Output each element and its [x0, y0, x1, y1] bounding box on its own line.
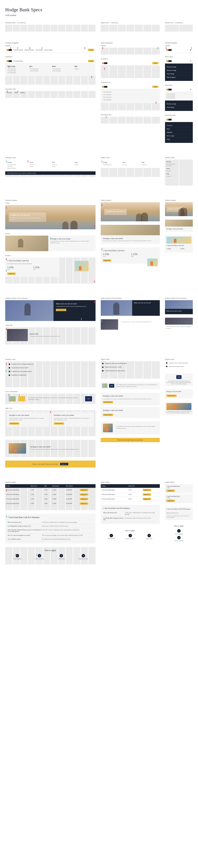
footer-heading: Legal — [75, 162, 93, 163]
mobilemenu-item[interactable]: Business savings — [167, 69, 191, 72]
secnav-item[interactable]: Overview — [167, 124, 191, 127]
login-button[interactable]: Log in — [88, 60, 94, 62]
table-apply-button[interactable]: Apply now — [166, 490, 175, 492]
ctabar-button[interactable]: Apply now — [60, 463, 68, 465]
dropdown-link[interactable]: 1 Year Fixed Rate — [7, 68, 26, 70]
table-header: Min deposit — [52, 484, 65, 488]
timeline-item: Founded in 1965 as Julian Hodge Bank — [105, 363, 127, 364]
close-icon[interactable]: ✕ — [190, 89, 191, 90]
footer-link[interactable]: Privacy — [75, 164, 93, 165]
dropdown-link[interactable]: 1 Year Fixed Rate — [52, 68, 71, 70]
mobilemenu-item[interactable]: About Hodge — [167, 106, 191, 109]
nav-item[interactable]: About Hodge — [36, 49, 43, 51]
mobilemenu-link[interactable]: 1 Year Fixed Rate — [166, 93, 191, 95]
table-apply-button[interactable]: Apply now — [80, 493, 88, 496]
footer-link[interactable]: Fixed Rate Bonds — [103, 164, 119, 165]
table-apply-button[interactable]: Apply now — [80, 489, 88, 491]
rate-value: 1.15% — [166, 248, 178, 250]
step-item: 1Check eligibility — [7, 554, 28, 559]
table-apply-button[interactable]: Apply now — [143, 498, 151, 500]
footer-link[interactable]: Our story — [122, 164, 138, 165]
spec-illustration-desktop: Savings to suit your needs Lorem ipsum d… — [5, 440, 95, 457]
footer-link[interactable]: Our story — [30, 164, 49, 165]
section-label: Desktop Navigation — [5, 42, 95, 44]
card-cta-button[interactable]: Find out more — [103, 401, 113, 403]
page-title: Hodge Bank Specs — [5, 7, 193, 12]
mobilemenu-item[interactable]: Help & Support — [167, 76, 191, 79]
apply-button[interactable]: Apply now — [7, 273, 16, 275]
footer-link[interactable]: Careers — [30, 166, 49, 167]
mobilemenu-item[interactable]: Business savings — [167, 102, 191, 106]
dropdown-link[interactable]: 5 Year Fixed Rate — [52, 70, 71, 71]
nav-item[interactable]: Help & Support — [45, 49, 53, 51]
footer-link[interactable]: Cash ISAs — [166, 165, 191, 166]
footer-link[interactable]: Our story — [166, 170, 191, 172]
card-cta-button[interactable]: Find out more — [54, 422, 64, 425]
nav-item[interactable]: Personal savings — [13, 49, 23, 51]
article-body: Lorem ipsum dolor sit amet, consectetur … — [166, 326, 192, 329]
table-apply-button[interactable]: Apply now — [143, 493, 151, 496]
spec-table-tablet: ProductInterest rate 1 Year Fixed Rate B… — [101, 484, 160, 501]
footer-link[interactable]: Contact us — [166, 176, 191, 177]
login-button[interactable]: Log in — [152, 62, 159, 64]
promo-cta-button[interactable]: Find out more — [56, 309, 66, 311]
secnav-item[interactable]: Eligibility — [167, 131, 191, 134]
step-number-icon: 3 — [147, 534, 151, 537]
secnav-item[interactable]: Rates — [167, 127, 191, 131]
table-apply-button[interactable]: Apply now — [80, 498, 88, 500]
card-cta-button[interactable]: Find out more — [9, 422, 19, 425]
mobilemenu-link[interactable]: 3 Year Fixed Rate — [166, 97, 191, 99]
secnav-item[interactable]: FAQs — [167, 138, 191, 141]
mobilemenu-item[interactable]: Personal savings — [167, 65, 191, 69]
cards-specs-row: Desktop Cards Founded in 1965 as Julian … — [5, 359, 193, 471]
feature-image — [5, 236, 48, 251]
dropdown-link[interactable]: 2 Year Fixed Rate — [103, 94, 158, 95]
timeline-item: Launched personal savings products — [11, 371, 32, 372]
logo — [102, 86, 107, 88]
timeline-item: Rebranded to Hodge Bank — [11, 374, 26, 376]
logo — [7, 49, 12, 51]
dropdown-link[interactable]: 5 Year Fixed Rate — [103, 99, 158, 100]
section-label: Tablet Cards — [101, 359, 160, 360]
dropdown-link[interactable]: 1 Year Fixed Rate — [30, 68, 49, 70]
dropdown-link[interactable]: 1 Year Fixed Rate — [103, 91, 158, 93]
secnav-item[interactable]: Eligibility — [20, 92, 25, 93]
footer-link[interactable]: Fixed Rate Bonds — [7, 164, 26, 165]
footer-link[interactable]: Contact us — [52, 164, 71, 165]
promo-body: Lorem ipsum dolor sit amet, consectetur … — [56, 306, 93, 307]
card-cta-button[interactable]: Find out more — [103, 414, 113, 416]
table-apply-button[interactable]: Apply now — [80, 502, 88, 505]
login-button[interactable]: Log in — [88, 49, 94, 51]
dropdown-link[interactable]: 3 Year Fixed Rate — [7, 72, 26, 73]
hamburger-icon[interactable]: ☰ — [190, 49, 191, 51]
secnav-item[interactable]: Overview — [7, 92, 12, 93]
dropdown-link[interactable]: 2 Year Fixed Rate — [7, 70, 26, 71]
dropdown-link[interactable]: 2 Year Fixed Rate — [30, 70, 49, 71]
dropdown-link[interactable]: 3 Year Fixed Rate — [103, 96, 158, 98]
nav-item[interactable]: Personal savings — [13, 60, 23, 62]
close-icon[interactable]: ✕ — [190, 60, 191, 62]
dropdown-heading: Fixed savings — [7, 66, 26, 67]
spec-split-tablet: Savings to suit your needs Lorem ipsum d… — [101, 393, 160, 418]
footer-link[interactable]: Business Savings — [7, 167, 26, 169]
mobilemenu-item[interactable]: About Hodge — [167, 72, 191, 76]
table-apply-button[interactable]: Apply now — [143, 489, 151, 491]
card-cta-button[interactable]: Find out more — [166, 395, 177, 397]
apply-button[interactable]: Apply now — [103, 259, 111, 261]
login-button[interactable]: Log in — [152, 86, 159, 88]
dropdown-link[interactable]: View all — [75, 68, 93, 70]
secnav-item[interactable]: Rates — [15, 92, 18, 93]
footer-link[interactable]: Contact us — [142, 164, 158, 165]
footer-heading: Help — [166, 173, 191, 175]
summary-question: What is the interest rate? — [166, 512, 191, 515]
secnav-item[interactable]: How to apply — [167, 134, 191, 138]
footer-link[interactable]: FAQs — [52, 166, 71, 167]
rate-value: 1.15% — [7, 266, 31, 269]
table-apply-button[interactable]: Apply now — [166, 500, 175, 502]
promo-title: Make sure you are on track — [134, 302, 158, 304]
nav-item[interactable]: Business savings — [25, 49, 34, 51]
footer-link[interactable]: Cash ISAs — [7, 166, 26, 167]
mobilemenu-link[interactable]: 2 Year Fixed Rate — [166, 95, 191, 97]
footer-link[interactable]: Fixed Rate Bonds — [166, 163, 191, 165]
spec-illustration-tablet: Lorem ipsum dolor sit amet, consectetur … — [101, 422, 160, 434]
